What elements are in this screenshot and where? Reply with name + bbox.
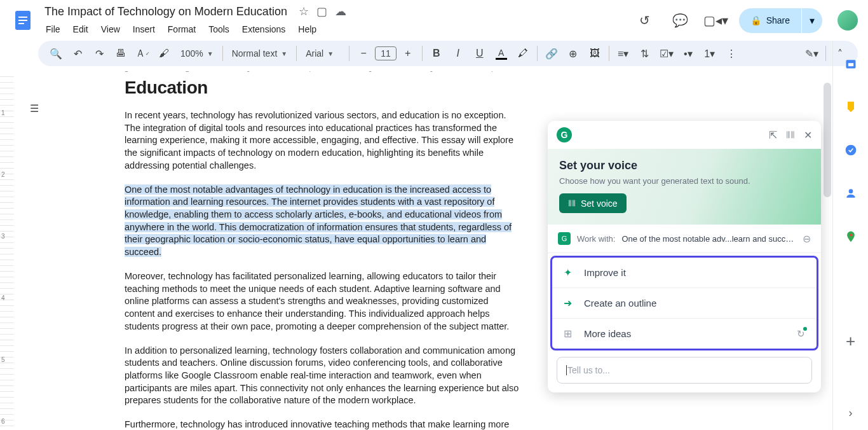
voice-wave-icon[interactable]: ⦀⦀ <box>786 129 795 141</box>
bold-icon[interactable]: B <box>426 43 447 64</box>
svg-point-7 <box>848 189 853 193</box>
keep-icon[interactable] <box>838 94 864 120</box>
grammarly-logo-icon: G <box>557 127 572 142</box>
svg-point-8 <box>849 233 851 236</box>
link-icon[interactable]: 🔗 <box>541 43 562 64</box>
move-icon[interactable]: ▢ <box>316 4 327 18</box>
numbered-list-icon[interactable]: 1▾ <box>700 43 720 64</box>
checklist-icon[interactable]: ☑▾ <box>656 43 677 64</box>
share-dropdown[interactable]: ▾ <box>802 8 822 33</box>
search-icon[interactable]: 🔍 <box>46 43 66 64</box>
menu-insert[interactable]: Insert <box>128 22 160 37</box>
share-label: Share <box>766 15 790 25</box>
lock-icon: 🔒 <box>750 15 761 25</box>
voice-icon: ⦀⦀ <box>568 198 576 209</box>
decrease-font-icon[interactable]: − <box>353 43 374 64</box>
doc-paragraph: In recent years, technology has revoluti… <box>125 109 521 172</box>
highlight-icon[interactable]: 🖍 <box>513 43 533 64</box>
work-with-label: Work with: <box>577 234 615 244</box>
voice-subtitle: Choose how you want your generated text … <box>559 176 810 186</box>
menu-view[interactable]: View <box>96 22 125 37</box>
document-page[interactable]: Education In recent years, technology ha… <box>64 78 582 430</box>
side-panel: + › <box>832 41 868 430</box>
document-title[interactable]: The Impact of Technology on Modern Educa… <box>41 4 291 20</box>
more-icon[interactable]: ⋮ <box>721 43 742 64</box>
add-comment-icon[interactable]: ⊕ <box>563 43 583 64</box>
menu-format[interactable]: Format <box>163 22 201 37</box>
horizontal-ruler: 12 34 56 7 <box>64 71 832 76</box>
more-ideas-option[interactable]: ⊞ More ideas ↻ <box>552 319 817 349</box>
align-icon[interactable]: ≡▾ <box>613 43 634 64</box>
collapse-icon[interactable]: ⊖ <box>803 233 811 245</box>
work-with-row: G Work with: One of the most notable adv… <box>548 225 821 253</box>
wand-icon: ✦ <box>564 267 575 279</box>
history-icon[interactable]: ↻ <box>797 328 805 340</box>
history-icon[interactable]: ↺ <box>632 8 658 33</box>
grid-icon: ⊞ <box>564 328 575 340</box>
vertical-ruler: 123 456 <box>0 71 14 430</box>
paragraph-style-dropdown[interactable]: Normal text▼ <box>227 48 292 59</box>
text-color-icon[interactable]: A <box>491 43 512 64</box>
zoom-dropdown[interactable]: 100%▼ <box>175 48 219 59</box>
menu-edit[interactable]: Edit <box>68 22 93 37</box>
bullet-list-icon[interactable]: •▾ <box>678 43 698 64</box>
suggestion-options: ✦ Improve it ➜ Create an outline ⊞ More … <box>550 256 818 350</box>
star-icon[interactable]: ☆ <box>299 4 309 18</box>
voice-title: Set your voice <box>559 159 810 172</box>
menu-tools[interactable]: Tools <box>203 22 234 37</box>
collapse-panel-icon[interactable]: › <box>849 406 853 420</box>
meet-icon[interactable]: ▢◂▾ <box>703 8 729 33</box>
calendar-icon[interactable] <box>838 51 864 76</box>
add-addon-icon[interactable]: + <box>838 328 864 354</box>
doc-paragraph: Moreover, technology has facilitated per… <box>125 270 521 333</box>
editing-mode-icon[interactable]: ✎▾ <box>801 43 822 64</box>
doc-paragraph-selected: One of the most notable advantages of te… <box>125 184 521 259</box>
menu-extensions[interactable]: Extensions <box>237 22 290 37</box>
close-icon[interactable]: ✕ <box>804 129 812 141</box>
pin-icon[interactable]: ⇱ <box>769 129 777 141</box>
menu-bar: File Edit View Insert Format Tools Exten… <box>41 20 632 38</box>
italic-icon[interactable]: I <box>448 43 468 64</box>
menu-help[interactable]: Help <box>293 22 322 37</box>
spellcheck-icon[interactable]: Ａ✓ <box>132 43 153 64</box>
create-outline-option[interactable]: ➜ Create an outline <box>552 288 817 319</box>
font-size-input[interactable]: 11 <box>375 46 397 60</box>
insert-image-icon[interactable]: 🖼 <box>585 43 605 64</box>
line-spacing-icon[interactable]: ⇅ <box>635 43 655 64</box>
grammarly-panel: G ⇱ ⦀⦀ ✕ Set your voice Choose how you w… <box>548 121 821 392</box>
comments-icon[interactable]: 💬 <box>668 8 693 33</box>
arrow-icon: ➜ <box>564 297 575 309</box>
doc-paragraph: In addition to personalized learning, te… <box>125 345 521 408</box>
svg-rect-2 <box>18 20 27 21</box>
svg-rect-3 <box>18 23 24 24</box>
menu-file[interactable]: File <box>41 22 65 37</box>
redo-icon[interactable]: ↷ <box>89 43 109 64</box>
maps-icon[interactable] <box>838 224 864 249</box>
print-icon[interactable]: 🖶 <box>111 43 131 64</box>
share-button[interactable]: 🔒 Share <box>739 8 801 33</box>
vertical-scrollbar[interactable] <box>824 83 831 197</box>
paint-format-icon[interactable]: 🖌 <box>154 43 174 64</box>
svg-rect-5 <box>848 63 853 66</box>
prompt-input[interactable]: Tell us to... <box>557 357 812 384</box>
undo-icon[interactable]: ↶ <box>67 43 88 64</box>
user-avatar[interactable] <box>837 10 858 31</box>
doc-heading: Education <box>125 78 521 98</box>
improve-it-option[interactable]: ✦ Improve it <box>552 258 817 288</box>
svg-point-6 <box>845 145 856 156</box>
work-with-text: One of the most notable adv...learn and … <box>621 234 796 244</box>
font-dropdown[interactable]: Arial▼ <box>301 48 345 59</box>
cloud-icon[interactable]: ☁ <box>335 4 346 18</box>
tasks-icon[interactable] <box>838 137 864 163</box>
docs-logo[interactable] <box>10 8 36 33</box>
voice-banner: Set your voice Choose how you want your … <box>548 149 821 225</box>
underline-icon[interactable]: U <box>470 43 490 64</box>
grammarly-small-icon: G <box>558 232 571 245</box>
toolbar: 🔍 ↶ ↷ 🖶 Ａ✓ 🖌 100%▼ Normal text▼ Arial▼ −… <box>38 41 858 66</box>
svg-rect-1 <box>18 17 27 18</box>
contacts-icon[interactable] <box>838 181 864 206</box>
doc-paragraph: Furthermore, technology has introduced i… <box>125 419 521 430</box>
outline-toggle-icon[interactable]: ☰ <box>23 97 46 120</box>
set-voice-button[interactable]: ⦀⦀ Set voice <box>559 193 627 213</box>
increase-font-icon[interactable]: + <box>398 43 418 64</box>
